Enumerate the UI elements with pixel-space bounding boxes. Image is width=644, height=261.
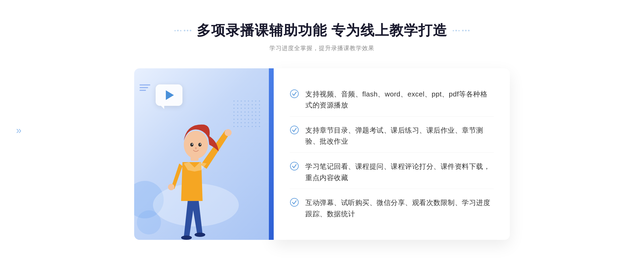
check-icon-1 [290, 89, 299, 98]
left-chevrons-decoration: » [16, 126, 21, 135]
svg-point-14 [290, 162, 298, 170]
blue-accent-bar [269, 68, 274, 240]
feature-item-2: 支持章节目录、弹题考试、课后练习、课后作业、章节测验、批改作业 [290, 120, 494, 153]
svg-point-15 [290, 198, 298, 206]
check-icon-2 [290, 125, 299, 135]
svg-point-1 [181, 236, 192, 240]
svg-point-13 [290, 126, 298, 134]
header-section: 多项录播课辅助功能 专为线上教学打造 学习进度全掌握，提升录播课教学效果 [174, 21, 470, 52]
feature-text-1: 支持视频、音频、flash、word、excel、ppt、pdf等各种格式的资源… [305, 89, 494, 111]
feature-text-2: 支持章节目录、弹题考试、课后练习、课后作业、章节测验、批改作业 [305, 125, 494, 147]
svg-point-8 [200, 144, 201, 145]
right-content-panel: 支持视频、音频、flash、word、excel、ppt、pdf等各种格式的资源… [274, 68, 510, 240]
chevron-icon: » [16, 126, 21, 135]
svg-point-7 [198, 143, 202, 147]
check-icon-4 [290, 198, 299, 207]
svg-point-2 [195, 233, 205, 237]
svg-point-11 [195, 147, 197, 149]
svg-point-6 [184, 131, 208, 159]
svg-point-9 [190, 143, 193, 147]
svg-point-12 [290, 90, 298, 98]
page-wrapper: » 多项录播课辅助功能 专为线上教学打造 学习进度全掌握，提升录播课教学效果 [0, 5, 644, 256]
svg-point-3 [168, 184, 174, 190]
svg-point-10 [192, 144, 193, 145]
title-decoration-right [453, 30, 470, 31]
person-illustration [142, 98, 250, 240]
page-subtitle: 学习进度全掌握，提升录播课教学效果 [174, 44, 470, 52]
title-decoration-left [174, 30, 191, 31]
feature-item-3: 学习笔记回看、课程提问、课程评论打分、课件资料下载，重点内容收藏 [290, 156, 494, 189]
left-illustration [134, 68, 274, 240]
title-row: 多项录播课辅助功能 专为线上教学打造 [174, 21, 470, 40]
feature-text-4: 互动弹幕、试听购买、微信分享、观看次数限制、学习进度跟踪、数据统计 [305, 197, 494, 219]
check-icon-3 [290, 162, 299, 171]
feature-text-3: 学习笔记回看、课程提问、课程评论打分、课件资料下载，重点内容收藏 [305, 161, 494, 183]
deco-lines [140, 84, 150, 91]
feature-item-1: 支持视频、音频、flash、word、excel、ppt、pdf等各种格式的资源… [290, 83, 494, 117]
page-title: 多项录播课辅助功能 专为线上教学打造 [197, 21, 447, 40]
content-section: 支持视频、音频、flash、word、excel、ppt、pdf等各种格式的资源… [134, 68, 510, 240]
feature-item-4: 互动弹幕、试听购买、微信分享、观看次数限制、学习进度跟踪、数据统计 [290, 192, 494, 225]
svg-point-4 [225, 129, 232, 136]
